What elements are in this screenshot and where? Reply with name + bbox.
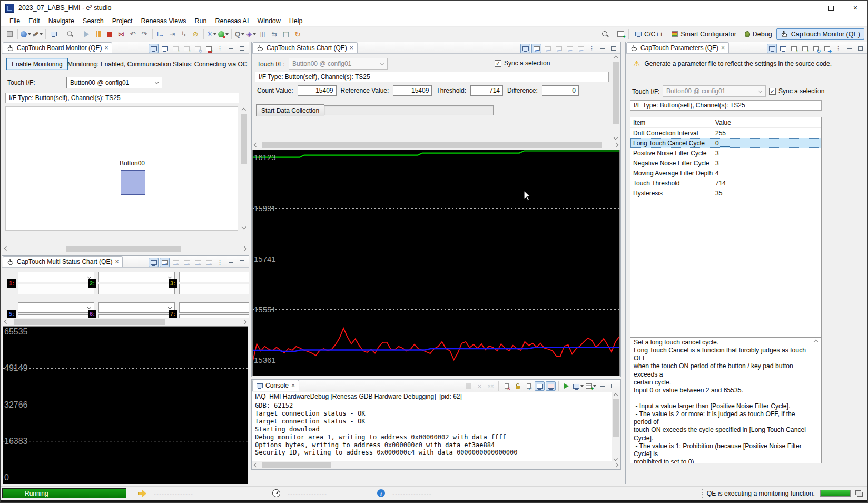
slot-channel-select[interactable]: [98, 302, 175, 313]
parameter-value[interactable]: 714: [713, 180, 737, 187]
minimize-view-icon[interactable]: [226, 44, 236, 53]
disconnect-icon[interactable]: ⋈: [116, 28, 126, 40]
board-hscrollbar[interactable]: [2, 245, 249, 253]
insert-parameter-icon[interactable]: [800, 44, 810, 53]
inspect-icon[interactable]: [65, 28, 75, 40]
view-menu-icon[interactable]: ⋮: [833, 44, 843, 53]
sync-monitor-icon[interactable]: [149, 258, 159, 267]
status-hscrollbar[interactable]: [252, 141, 620, 149]
search-icon[interactable]: [600, 28, 610, 40]
view-menu-icon[interactable]: ⋮: [587, 44, 597, 53]
remove-all-launches-icon[interactable]: ××: [486, 381, 496, 391]
menu-renesas-ai[interactable]: Renesas AI: [211, 16, 253, 26]
tab-captouch-multi-status-chart[interactable]: CapTouch Multi Status Chart (QE)×: [3, 256, 123, 267]
scroll-lock-icon[interactable]: [512, 381, 522, 391]
board-button-shape[interactable]: [121, 170, 145, 195]
parameter-row[interactable]: Hysteresis35: [630, 188, 821, 198]
build-icon[interactable]: [32, 28, 43, 40]
minimize-view-icon[interactable]: [844, 44, 854, 53]
menu-help[interactable]: Help: [285, 16, 307, 26]
menu-edit[interactable]: Edit: [24, 16, 44, 26]
manual-icon[interactable]: ▤: [281, 28, 291, 40]
tab-captouch-parameters[interactable]: CapTouch Parameters (QE)×: [626, 42, 729, 53]
menu-renesas-views[interactable]: Renesas Views: [137, 16, 191, 26]
close-icon[interactable]: ×: [291, 382, 295, 389]
count-value-field[interactable]: 15409: [298, 85, 337, 96]
reload-icon[interactable]: ↻: [292, 28, 303, 40]
open-console-icon[interactable]: [585, 381, 597, 391]
sync-selection-checkbox[interactable]: ✓ Sync a selection: [769, 87, 824, 95]
zoom-out-chart-icon[interactable]: [182, 258, 192, 267]
parameter-row[interactable]: Touch Threshold714: [630, 178, 821, 188]
maximize-view-icon[interactable]: [609, 44, 619, 53]
reference-value-field[interactable]: 15409: [393, 85, 432, 96]
column-header-item[interactable]: Item: [630, 119, 713, 126]
compare-icon[interactable]: ⇆: [269, 28, 280, 40]
sync-monitor-icon[interactable]: [767, 44, 777, 53]
maximize-view-icon[interactable]: [237, 258, 247, 267]
perspective-captouch-monitor[interactable]: CapTouch Monitor (QE): [776, 28, 864, 40]
threshold-field[interactable]: 714: [470, 85, 503, 96]
step-return-icon[interactable]: ↶: [127, 28, 138, 40]
sync-selection-checkbox[interactable]: ✓ Sync a selection: [495, 60, 550, 67]
zoom-out-chart-icon[interactable]: [554, 44, 564, 53]
console-vscrollbar[interactable]: [612, 392, 620, 462]
status-vscrollbar[interactable]: [612, 54, 620, 141]
menu-search[interactable]: Search: [78, 16, 108, 26]
skip-icon[interactable]: ⇥: [167, 28, 177, 40]
pause-record-icon[interactable]: [193, 44, 203, 53]
terminate-console-icon[interactable]: [463, 381, 474, 391]
minimize-view-icon[interactable]: [598, 381, 608, 391]
sync-chart-icon[interactable]: [531, 44, 541, 53]
import-chart-icon[interactable]: [576, 44, 586, 53]
word-wrap-icon[interactable]: [524, 381, 534, 391]
parameter-value[interactable]: 255: [713, 130, 737, 137]
close-icon[interactable]: ×: [115, 258, 119, 265]
menu-project[interactable]: Project: [108, 16, 137, 26]
maximize-view-icon[interactable]: [609, 381, 619, 391]
zoom-in-chart-icon[interactable]: [171, 258, 181, 267]
export-parameters-icon[interactable]: [822, 44, 832, 53]
new-wizard-icon[interactable]: [21, 28, 31, 40]
close-icon[interactable]: ×: [104, 44, 108, 52]
save-icon[interactable]: [4, 28, 15, 40]
minimize-view-icon[interactable]: [226, 258, 236, 267]
export-chart-icon[interactable]: [565, 44, 575, 53]
debug-launch-icon[interactable]: ✳: [206, 28, 217, 40]
parameter-row[interactable]: Long Touch Cancel Cycle0: [630, 138, 821, 148]
sync-monitor-icon[interactable]: [520, 44, 530, 53]
refresh-parameters-icon[interactable]: [811, 44, 821, 53]
open-board-view-icon[interactable]: [160, 44, 170, 53]
tab-console[interactable]: Console×: [252, 380, 299, 391]
minimize-view-icon[interactable]: [598, 44, 608, 53]
view-menu-icon[interactable]: ⋮: [215, 258, 225, 267]
show-console-stdout-icon[interactable]: [535, 381, 545, 391]
show-console-stderr-icon[interactable]: [546, 381, 556, 391]
add-parameter-icon[interactable]: [789, 44, 799, 53]
perspective-cpp[interactable]: C/C++: [631, 29, 667, 40]
sync-chart-icon[interactable]: [160, 258, 170, 267]
window-minimize-button[interactable]: [795, 1, 819, 15]
multi-hscrollbar[interactable]: [2, 318, 249, 326]
difference-field[interactable]: 0: [542, 85, 579, 96]
board-vscrollbar[interactable]: [240, 106, 248, 231]
open-perspective-icon[interactable]: [615, 28, 626, 40]
zoom-in-chart-icon[interactable]: [542, 44, 553, 53]
perspective-smart-configurator[interactable]: Smart Configurator: [667, 29, 741, 40]
slot-channel-select[interactable]: [18, 272, 94, 282]
close-icon[interactable]: ×: [350, 44, 353, 52]
slot-channel-select[interactable]: [179, 272, 249, 282]
enable-monitoring-button[interactable]: Enable Monitoring: [6, 58, 68, 70]
sync-monitor-icon[interactable]: [149, 44, 159, 53]
close-icon[interactable]: ×: [721, 44, 725, 52]
perspective-debug[interactable]: Debug: [741, 29, 776, 40]
run-launch-icon[interactable]: [218, 28, 229, 40]
menu-run[interactable]: Run: [191, 16, 211, 26]
touch-if-select[interactable]: Button00 @ config01: [66, 77, 162, 88]
parameter-row[interactable]: Negative Noise Filter Cycle3: [630, 158, 821, 168]
console-monitor-icon[interactable]: [48, 28, 59, 40]
tab-captouch-status-chart[interactable]: CapTouch Status Chart (QE)×: [252, 42, 358, 53]
background-jobs-icon[interactable]: [855, 490, 862, 496]
parameter-value[interactable]: 35: [713, 190, 737, 197]
remove-launch-icon[interactable]: ×: [475, 381, 485, 391]
